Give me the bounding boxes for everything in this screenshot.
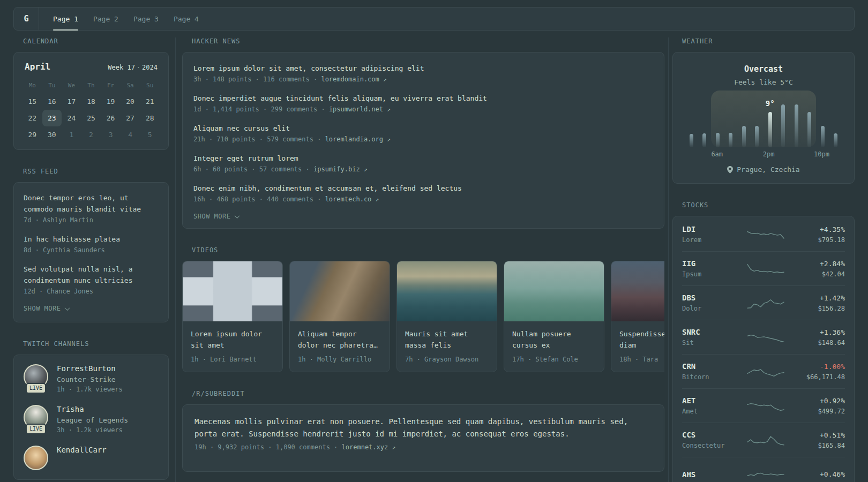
stock-row[interactable]: SNRC Sit +1.36% $148.64 [682,320,845,354]
calendar-day[interactable]: 5 [140,126,160,143]
rss-item-title[interactable]: Donec tempor eros leo, ut commodo mauris… [24,192,159,215]
calendar-day[interactable]: 20 [121,93,140,110]
reddit-post[interactable]: Maecenas mollis pulvinar erat non posuer… [194,416,652,451]
video-title[interactable]: Suspendisse diam [619,328,664,351]
hn-item-title[interactable]: Aliquam nec cursus elit [193,123,653,134]
hn-item[interactable]: Donec imperdiet augue tincidunt felis al… [193,93,653,113]
hn-item[interactable]: Lorem ipsum dolor sit amet, consectetur … [193,63,653,83]
rss-heading: RSS FEED [23,168,169,175]
hn-item-title[interactable]: Donec imperdiet augue tincidunt felis al… [193,93,653,104]
twitch-channel-row[interactable]: KendallCarr [24,446,159,470]
calendar-day[interactable]: 18 [81,93,101,110]
calendar-day[interactable]: 28 [140,110,160,126]
hackernews-card: Lorem ipsum dolor sit amet, consectetur … [182,52,664,229]
calendar-day[interactable]: 26 [101,110,121,126]
stock-identity: SNRC Sit [682,328,742,347]
calendar-day[interactable]: 22 [23,110,42,126]
rss-show-more-button[interactable]: SHOW MORE [24,305,159,312]
twitch-channel-row[interactable]: LIVE Trisha League of Legends 3h · 1.2k … [24,405,159,434]
rss-item[interactable]: Sed volutpat nulla nisl, a condimentum n… [24,263,159,295]
weather-condition: Overcast [683,64,844,74]
tab-page-1[interactable]: Page 1 [46,7,86,30]
rss-item[interactable]: In hac habitasse platea 8d · Cynthia Sau… [24,234,159,254]
weekday-label: Th [81,78,101,93]
stock-row[interactable]: LDI Lorem +4.35% $795.18 [682,217,845,251]
calendar-day[interactable]: 17 [62,93,81,110]
hn-meta-text: 3h · 148 points · 116 comments · [193,76,321,83]
video-title[interactable]: Nullam posuere cursus ex [512,328,596,351]
stock-row[interactable]: DBS Dolor +1.42% $156.28 [682,285,845,320]
rss-item[interactable]: Donec tempor eros leo, ut commodo mauris… [24,192,159,224]
calendar-day[interactable]: 19 [101,93,121,110]
stock-row[interactable]: IIG Ipsum +2.84% $42.04 [682,251,845,285]
calendar-day[interactable]: 2 [81,126,101,143]
video-card[interactable]: Lorem ipsum dolor sit amet consectetu… 1… [182,261,283,372]
video-card[interactable]: Aliquam tempor dolor nec pharetra… 1h · … [289,261,390,372]
weather-location[interactable]: Prague, Czechia [683,165,844,174]
rss-item-meta: 12d · Chance Jones [24,288,159,295]
stock-sparkline [742,296,789,311]
calendar-day[interactable]: 3 [101,126,121,143]
calendar-day[interactable]: 24 [62,110,81,126]
videos-heading: VIDEOS [192,246,664,254]
app-logo[interactable]: G [14,7,39,30]
rss-item-title[interactable]: In hac habitasse platea [24,234,159,245]
hn-item-title[interactable]: Donec enim nibh, condimentum et accumsan… [193,183,653,194]
hn-item-domain[interactable]: loremtech.co [325,195,372,203]
calendar-day[interactable]: 27 [121,110,140,126]
twitch-channel-row[interactable]: LIVE ForrestBurton Counter-Strike 1h · 1… [24,364,159,393]
video-thumbnail[interactable] [183,261,282,321]
calendar-day[interactable]: 1 [62,126,81,143]
sparkline-svg [746,227,785,242]
twitch-channel-name[interactable]: ForrestBurton [57,364,123,373]
twitch-channel-name[interactable]: KendallCarr [57,446,107,454]
hn-item-domain[interactable]: loremlandia.org [325,135,383,143]
stock-row[interactable]: AET Amet +0.92% $499.72 [682,388,845,423]
hn-item-title[interactable]: Integer eget rutrum lorem [193,153,653,164]
video-title[interactable]: Lorem ipsum dolor sit amet consectetu… [191,328,274,351]
hn-item-domain[interactable]: ipsumworld.net [329,106,383,113]
hn-item[interactable]: Aliquam nec cursus elit 21h · 710 points… [193,123,653,143]
subreddit-card: Maecenas mollis pulvinar erat non posuer… [182,404,664,472]
hn-item[interactable]: Donec enim nibh, condimentum et accumsan… [193,183,653,203]
video-card[interactable]: Mauris sit amet massa felis 7h · Grayson… [396,261,497,372]
hn-item-title[interactable]: Lorem ipsum dolor sit amet, consectetur … [193,63,653,74]
hn-item[interactable]: Integer eget rutrum lorem 6h · 60 points… [193,153,653,173]
video-card[interactable]: Nullam posuere cursus ex 17h · Stefan Co… [504,261,604,372]
reddit-post-title[interactable]: Maecenas mollis pulvinar erat non posuer… [194,416,652,440]
calendar-day[interactable]: 16 [42,93,62,110]
calendar-day[interactable]: 4 [121,126,140,143]
calendar-day[interactable]: 21 [140,93,160,110]
video-thumbnail[interactable] [397,261,497,321]
video-title[interactable]: Mauris sit amet massa felis [405,328,489,351]
calendar-day[interactable]: 25 [81,110,101,126]
twitch-channel-name[interactable]: Trisha [57,405,128,413]
stock-row[interactable]: AHS +0.46% [682,457,845,482]
calendar-day[interactable]: 29 [23,126,42,143]
video-meta: 1h · Molly Carrillo [298,356,381,363]
stock-row[interactable]: CCS Consectetur +0.51% $165.84 [682,423,845,457]
stocks-widget: STOCKS LDI Lorem +4.35% $795.18 IIG Ipsu… [672,201,855,482]
calendar-day[interactable]: 15 [23,93,42,110]
video-thumbnail[interactable] [504,261,604,321]
hn-item-domain[interactable]: loremdomain.com [321,76,379,83]
hn-show-more-button[interactable]: SHOW MORE [193,213,653,220]
reddit-post-domain[interactable]: loremnet.xyz [342,443,388,451]
calendar-day[interactable]: 23 [42,110,62,126]
weather-feels-like: Feels like 5°C [683,78,844,86]
video-title[interactable]: Aliquam tempor dolor nec pharetra… [298,328,381,351]
tab-page-4[interactable]: Page 4 [166,7,206,30]
video-thumbnail[interactable] [290,261,390,321]
tab-page-3[interactable]: Page 3 [126,7,166,30]
video-card[interactable]: Suspendisse diam 18h · Tara [611,261,664,372]
stock-row[interactable]: CRN Bitcorn -1.00% $66,171.48 [682,354,845,388]
weather-bar [834,133,837,147]
video-thumbnail[interactable] [611,261,664,321]
rss-item-title[interactable]: Sed volutpat nulla nisl, a condimentum n… [24,263,159,286]
twitch-widget: TWITCH CHANNELS LIVE ForrestBurton Count… [13,340,169,480]
stock-sparkline [742,467,789,482]
tab-page-2[interactable]: Page 2 [86,7,126,30]
calendar-day[interactable]: 30 [42,126,62,143]
hn-item-domain[interactable]: ipsumify.biz [313,165,360,173]
external-link-icon: ↗ [383,76,387,83]
